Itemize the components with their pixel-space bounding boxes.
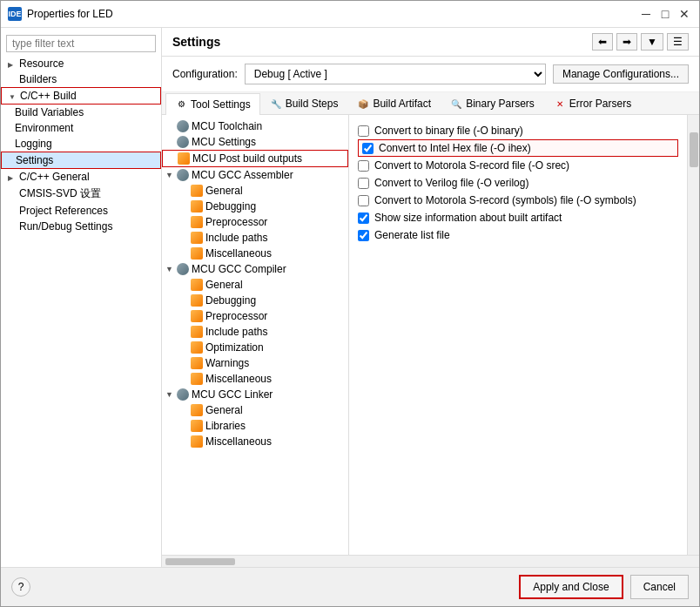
title-bar-left: IDE Properties for LED xyxy=(8,7,113,21)
maximize-button[interactable]: □ xyxy=(657,6,673,22)
checkbox-convert-binary[interactable] xyxy=(358,125,369,137)
tree-label: MCU Settings xyxy=(192,136,256,148)
expand-icon: ▼ xyxy=(165,171,174,179)
option-generate-list: Generate list file xyxy=(358,226,678,244)
tree-node-assembler-debugging[interactable]: Debugging xyxy=(162,199,348,214)
tree-label: Optimization xyxy=(205,341,264,354)
tree-node-linker-libraries[interactable]: Libraries xyxy=(162,418,348,434)
tree-node-mcu-gcc-compiler[interactable]: ▼ MCU GCC Compiler xyxy=(162,261,348,277)
forward-button[interactable]: ➡ xyxy=(616,33,637,51)
tree-label: MCU Toolchain xyxy=(192,120,262,132)
tab-build-artifact[interactable]: 📦 Build Artifact xyxy=(347,92,441,114)
tree-node-compiler-misc[interactable]: Miscellaneous xyxy=(162,371,348,387)
tree-node-linker-general[interactable]: General xyxy=(162,402,348,418)
orange-icon xyxy=(191,294,203,307)
sidebar-item-label: Run/Debug Settings xyxy=(19,220,112,233)
sidebar-item-project-references[interactable]: Project References xyxy=(1,203,161,219)
tree-node-mcu-settings[interactable]: MCU Settings xyxy=(162,134,348,150)
tab-label: Binary Parsers xyxy=(466,98,535,110)
tree-node-mcu-gcc-linker[interactable]: ▼ MCU GCC Linker xyxy=(162,387,348,402)
close-button[interactable]: ✕ xyxy=(676,6,692,22)
tree-node-compiler-warnings[interactable]: Warnings xyxy=(162,355,348,371)
error-icon: ✕ xyxy=(554,98,566,110)
sidebar-item-cpp-general[interactable]: C/C++ General xyxy=(1,169,161,185)
tree-node-compiler-preprocessor[interactable]: Preprocessor xyxy=(162,308,348,324)
tree-label: Include paths xyxy=(205,326,267,338)
content-area: MCU Toolchain MCU Settings MCU Post buil… xyxy=(162,115,699,555)
action-buttons: Apply and Close Cancel xyxy=(519,575,689,599)
cancel-button[interactable]: Cancel xyxy=(630,575,689,599)
sidebar-item-builders[interactable]: Builders xyxy=(1,71,161,87)
expand-icon: ▼ xyxy=(165,390,174,399)
apply-close-button[interactable]: Apply and Close xyxy=(519,575,623,599)
orange-icon xyxy=(191,310,203,322)
tab-error-parsers[interactable]: ✕ Error Parsers xyxy=(544,92,641,114)
orange-icon xyxy=(191,185,203,197)
sidebar-item-environment[interactable]: Environment xyxy=(1,120,161,136)
gear-icon xyxy=(177,120,189,132)
tree-node-compiler-optimization[interactable]: Optimization xyxy=(162,340,348,355)
tree-node-compiler-general[interactable]: General xyxy=(162,277,348,293)
tree-node-assembler-preprocessor[interactable]: Preprocessor xyxy=(162,214,348,230)
sidebar-item-cmsis-svd[interactable]: CMSIS-SVD 设置 xyxy=(1,185,161,203)
orange-icon xyxy=(178,152,190,165)
tree-label: Miscellaneous xyxy=(205,373,272,385)
sidebar-item-label: Settings xyxy=(16,154,53,166)
checkbox-convert-verilog[interactable] xyxy=(358,178,369,189)
tree-label: Warnings xyxy=(205,357,249,369)
sidebar-item-build-variables[interactable]: Build Variables xyxy=(1,105,161,120)
sidebar-item-settings[interactable]: Settings xyxy=(1,152,161,169)
tree-node-mcu-toolchain[interactable]: MCU Toolchain xyxy=(162,118,348,134)
checkbox-generate-list[interactable] xyxy=(358,230,369,241)
sidebar-item-label: Builders xyxy=(19,73,57,85)
orange-icon xyxy=(191,232,203,244)
tree-node-assembler-include[interactable]: Include paths xyxy=(162,230,348,246)
horizontal-scrollbar[interactable] xyxy=(162,555,699,567)
checkbox-show-size[interactable] xyxy=(358,212,369,224)
tree-label: General xyxy=(205,279,243,291)
filter-input[interactable] xyxy=(6,35,156,52)
tab-build-steps[interactable]: 🔧 Build Steps xyxy=(260,92,348,114)
tree-label: Miscellaneous xyxy=(205,247,272,260)
config-select[interactable]: Debug [ Active ] xyxy=(245,64,546,84)
h-scroll-thumb xyxy=(165,558,235,565)
tree-node-mcu-post-build[interactable]: MCU Post build outputs xyxy=(162,150,348,167)
checkbox-convert-ihex[interactable] xyxy=(362,143,374,154)
tab-label: Build Steps xyxy=(286,98,339,110)
expand-icon: ▼ xyxy=(165,265,174,273)
tab-binary-parsers[interactable]: 🔍 Binary Parsers xyxy=(441,92,544,114)
orange-icon xyxy=(191,373,203,385)
sidebar-item-cpp-build[interactable]: C/C++ Build xyxy=(1,87,161,105)
tab-tool-settings[interactable]: ⚙ Tool Settings xyxy=(165,93,260,115)
sidebar-item-label: Resource xyxy=(19,57,64,70)
dropdown-button[interactable]: ▼ xyxy=(641,33,663,51)
tree-node-assembler-general[interactable]: General xyxy=(162,183,348,199)
menu-button[interactable]: ☰ xyxy=(667,33,689,51)
gear-icon xyxy=(177,136,189,148)
sidebar-item-logging[interactable]: Logging xyxy=(1,136,161,152)
checkbox-convert-symbols[interactable] xyxy=(358,195,369,206)
sidebar-item-resource[interactable]: Resource xyxy=(1,56,161,71)
tree-node-compiler-include[interactable]: Include paths xyxy=(162,324,348,340)
tree-node-mcu-gcc-assembler[interactable]: ▼ MCU GCC Assembler xyxy=(162,167,348,183)
sidebar-item-run-debug[interactable]: Run/Debug Settings xyxy=(1,219,161,234)
manage-configurations-button[interactable]: Manage Configurations... xyxy=(553,64,689,84)
tree-node-linker-misc[interactable]: Miscellaneous xyxy=(162,434,348,449)
window-controls: ─ □ ✕ xyxy=(638,6,692,22)
sidebar-item-label: C/C++ General xyxy=(19,171,90,183)
help-button[interactable]: ? xyxy=(11,577,30,597)
gear-icon xyxy=(177,169,189,181)
tree-label: Miscellaneous xyxy=(205,435,272,448)
tree-node-assembler-misc[interactable]: Miscellaneous xyxy=(162,246,348,261)
panel-title: Settings xyxy=(172,35,220,49)
orange-icon xyxy=(191,247,203,260)
minimize-button[interactable]: ─ xyxy=(638,6,654,22)
option-convert-verilog: Convert to Verilog file (-O verilog) xyxy=(358,174,678,192)
option-label: Convert to Intel Hex file (-O ihex) xyxy=(379,142,531,154)
vertical-scrollbar[interactable] xyxy=(687,115,699,555)
back-button[interactable]: ⬅ xyxy=(592,33,613,51)
option-label: Convert to Verilog file (-O verilog) xyxy=(374,177,528,189)
tree-node-compiler-debugging[interactable]: Debugging xyxy=(162,293,348,308)
checkbox-convert-srec[interactable] xyxy=(358,160,369,172)
tab-label: Build Artifact xyxy=(373,98,431,110)
